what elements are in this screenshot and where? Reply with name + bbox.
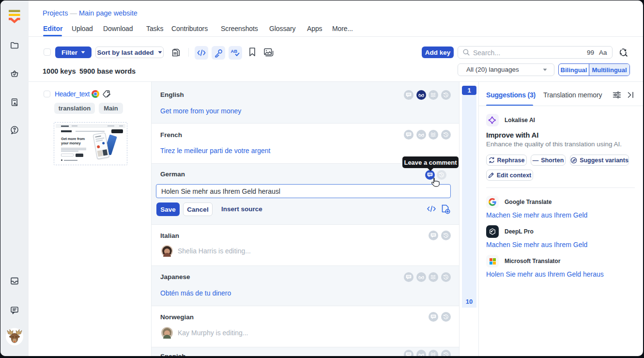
svg-text:AB: AB [231,48,238,54]
